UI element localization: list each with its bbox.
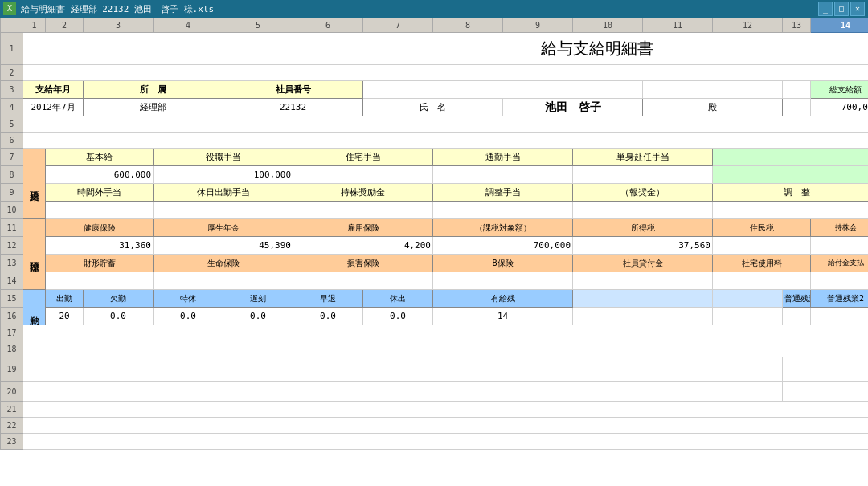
cell-norm-ot2-val: [811, 308, 869, 325]
cell-employ-ins-hdr: 雇用保険: [293, 219, 433, 237]
cell-away-allow-val: [573, 166, 713, 184]
main-title: 給与支給明細書: [23, 33, 869, 65]
cell-name-label: 氏 名: [363, 99, 503, 116]
minimize-button[interactable]: _: [818, 2, 833, 16]
cell-empty-20a: [23, 382, 783, 402]
col-header-9[interactable]: 9: [503, 18, 573, 33]
row-11: 11 控除項目 健康保険 厚生年金 雇用保険 （課税対象額） 所得税 住民税 持…: [1, 219, 869, 237]
close-button[interactable]: ✕: [850, 2, 865, 16]
cell-taxable-val: 700,000: [433, 237, 573, 255]
rownum-15: 15: [1, 290, 23, 308]
rownum-4: 4: [1, 99, 23, 116]
cell-emp-loan-hdr: 社員貸付金: [573, 255, 713, 272]
row21-empty: [23, 402, 869, 418]
cell-empty-3b: [643, 81, 783, 99]
cell-housing-use-val: [713, 272, 811, 290]
cell-adjust2-hdr: 調 整: [713, 184, 869, 202]
cell-stock-bonus-val: [293, 202, 433, 219]
row2-empty: [23, 65, 869, 81]
window-controls[interactable]: _ □ ✕: [818, 2, 865, 16]
col-header-3[interactable]: 3: [84, 18, 154, 33]
cell-reward-hdr: （報奨金）: [573, 184, 713, 202]
maximize-button[interactable]: □: [834, 2, 849, 16]
col-header-11[interactable]: 11: [643, 18, 713, 33]
rownum-2: 2: [1, 65, 23, 81]
cell-life-ins-hdr: 生命保険: [154, 255, 293, 272]
rownum-10: 10: [1, 202, 23, 219]
row-16: 16 20 0.0 0.0 0.0 0.0 0.0 14: [1, 308, 869, 325]
col-header-1[interactable]: 1: [23, 18, 46, 33]
col-header-2[interactable]: 2: [46, 18, 84, 33]
cell-employ-ins-val: 4,200: [293, 237, 433, 255]
cell-employee-name: 池田 啓子: [503, 99, 643, 116]
cell-emp-loan-val: [573, 272, 713, 290]
rownum-7: 7: [1, 149, 23, 166]
cell-benefit-pay-hdr: 給付金支払: [811, 255, 869, 272]
cell-attendance-label: 勤怠: [23, 290, 46, 325]
cell-norm-ot2-hdr: 普通残業2: [811, 290, 869, 308]
cell-empty-8a: [713, 166, 869, 184]
rownum-23: 23: [1, 434, 23, 450]
cell-holwork-hdr: 休出: [363, 290, 433, 308]
col-header-10[interactable]: 10: [573, 18, 643, 33]
cell-spl-hdr: 特休: [154, 290, 223, 308]
col-header-12[interactable]: 12: [713, 18, 783, 33]
cell-resident-tax-val: [713, 237, 811, 255]
corner-cell: [1, 18, 23, 33]
row17-empty: [23, 325, 869, 341]
col-header-6[interactable]: 6: [293, 18, 363, 33]
rownum-6: 6: [1, 133, 23, 149]
rownum-1: 1: [1, 33, 23, 65]
cell-basic-salary-val: 600,000: [46, 166, 154, 184]
col-header-13[interactable]: 13: [783, 18, 811, 33]
cell-overtime-hdr: 時間外手当: [46, 184, 154, 202]
cell-resident-tax-hdr: 住民税: [713, 219, 811, 237]
col-header-7[interactable]: 7: [363, 18, 433, 33]
row5-empty: [23, 116, 869, 133]
row-20: 20 株式会社 グローバル・ネットワーク: [1, 382, 869, 402]
cell-position-allow-val: 100,000: [154, 166, 293, 184]
row-19: 19 Global Network: [1, 357, 869, 382]
cell-damage-ins-val: [293, 272, 433, 290]
rownum-16: 16: [1, 308, 23, 325]
cell-empty-15a: [573, 290, 713, 308]
col-header-8[interactable]: 8: [433, 18, 503, 33]
col-header-4[interactable]: 4: [154, 18, 223, 33]
row-15: 15 勤怠 出勤 欠勤 特休 遅刻 早退 休出 有給残 普通残業1 普通残業2 …: [1, 290, 869, 308]
cell-total-pay-label: 総支給額: [811, 81, 869, 99]
spreadsheet-table: 1 2 3 4 5 6 7 8 9 10 11 12 13 14 15 16 1…: [0, 18, 868, 450]
cell-taxable-hdr: （課税対象額）: [433, 219, 573, 237]
row-4: 4 2012年7月 経理部 22132 氏 名 池田 啓子 殿 700,000 …: [1, 99, 869, 116]
cell-payment-month-val: 2012年7月: [23, 99, 84, 116]
cell-health-ins-val: 31,360: [46, 237, 154, 255]
row-18: 18: [1, 341, 869, 357]
cell-payment-month-label: 支給年月: [23, 81, 84, 99]
row-21: 21: [1, 402, 869, 418]
row-5: 5: [1, 116, 869, 133]
cell-overtime-val: [46, 202, 154, 219]
cell-empty-4a: [783, 99, 811, 116]
cell-norm-ot1-hdr: 普通残業1: [783, 290, 811, 308]
cell-empty-3a: [363, 81, 643, 99]
rownum-9: 9: [1, 184, 23, 202]
row-14: 14: [1, 272, 869, 290]
cell-commute-allow-hdr: 通勤手当: [433, 149, 573, 166]
rownum-19: 19: [1, 357, 23, 382]
cell-abs-hdr: 欠勤: [84, 290, 154, 308]
cell-housing-use-hdr: 社宅使用料: [713, 255, 811, 272]
cell-empty-16a: [573, 308, 713, 325]
rownum-3: 3: [1, 81, 23, 99]
col-header-14[interactable]: 14: [811, 18, 869, 33]
cell-income-tax-hdr: 所得税: [573, 219, 713, 237]
cell-damage-ins-hdr: 損害保険: [293, 255, 433, 272]
cell-empty-16b: [713, 308, 783, 325]
row6-empty: [23, 133, 869, 149]
cell-stock-club-val: [811, 237, 869, 255]
row22-empty: [23, 418, 869, 434]
cell-empid-val: 22132: [223, 99, 363, 116]
col-header-5[interactable]: 5: [223, 18, 293, 33]
cell-total-pay-val: 700,000: [811, 99, 869, 116]
cell-paidleft-hdr: 有給残: [433, 290, 573, 308]
row-3: 3 支給年月 所 属 社員番号 総支給額 総控除額 差引支給額 銀行振込額: [1, 81, 869, 99]
cell-honorific: 殿: [643, 99, 783, 116]
